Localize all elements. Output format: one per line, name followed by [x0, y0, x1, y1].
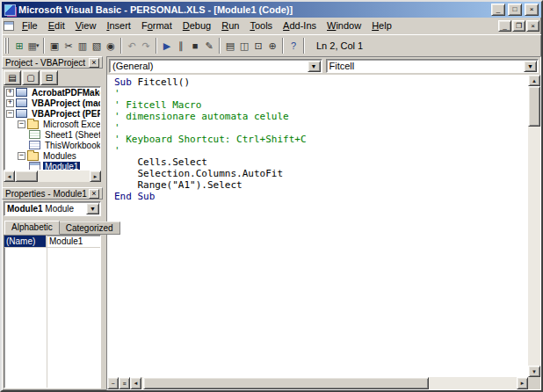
tree-item-acrobatpdfmaker-pdfm[interactable]: +AcrobatPDFMaker (PDFM — [4, 87, 100, 98]
properties-object-dropdown[interactable]: Module1 Module ▼ — [4, 201, 101, 216]
tab-alphabetic[interactable]: Alphabetic — [4, 221, 60, 235]
scrollbar-thumb[interactable] — [15, 171, 38, 182]
menu-insert[interactable]: Insert — [101, 18, 136, 33]
scrollbar-track[interactable] — [528, 86, 540, 366]
tree-item-module1[interactable]: Module1 — [4, 161, 100, 171]
run-button[interactable]: ▶ — [160, 38, 174, 54]
procedure-view-button[interactable]: − — [107, 377, 119, 389]
close-button[interactable]: × — [525, 4, 539, 16]
menu-format[interactable]: Format — [136, 18, 177, 33]
object-dropdown[interactable]: (General) ▼ — [109, 59, 322, 73]
scroll-left-button[interactable]: ◄ — [130, 377, 141, 389]
toolbox-button[interactable]: ⊕ — [265, 38, 279, 54]
properties-panel-close-button[interactable]: × — [89, 189, 99, 199]
tree-item-modules[interactable]: −Modules — [4, 150, 100, 161]
find-icon: ◉ — [106, 41, 115, 51]
tab-categorized[interactable]: Categorized — [59, 221, 120, 235]
object-dropdown-value: (General) — [110, 61, 308, 71]
dropdown-arrow-icon: ▾ — [36, 42, 40, 49]
maximize-button[interactable]: □ — [508, 4, 522, 16]
full-module-view-button[interactable]: ≡ — [119, 377, 130, 389]
view-object-button[interactable]: ▢ — [22, 70, 40, 85]
dropdown-arrow-icon[interactable]: ▼ — [524, 61, 537, 72]
child-restore-button[interactable]: ❐ — [512, 20, 525, 32]
scroll-right-button[interactable]: ► — [90, 171, 101, 182]
expand-icon[interactable]: + — [6, 89, 14, 97]
code-hscrollbar[interactable]: − ≡ ◄ ► — [107, 377, 540, 389]
menu-debug[interactable]: Debug — [177, 18, 216, 33]
view-excel-button[interactable]: ⊞ — [12, 38, 26, 54]
project-panel-header[interactable]: Project - VBAProject × — [2, 56, 103, 69]
insert-userform-button[interactable]: ▦▾ — [26, 38, 40, 54]
toggle-folders-button[interactable]: ⊟ — [40, 70, 58, 85]
tree-item-sheet1-sheet1[interactable]: Sheet1 (Sheet1) — [4, 129, 100, 140]
view-code-button[interactable]: ▤ — [4, 70, 21, 85]
design-mode-button[interactable]: ✎ — [202, 38, 216, 54]
save-button[interactable]: ▣ — [47, 38, 62, 54]
code-editor[interactable]: Sub Fitcell()'' Fitcell Macro' dimension… — [107, 75, 528, 377]
procedure-dropdown[interactable]: Fitcell ▼ — [326, 59, 539, 73]
toolbar-grip[interactable] — [4, 38, 9, 54]
menu-run[interactable]: Run — [216, 18, 244, 33]
help-icon: ? — [291, 41, 296, 51]
tree-item-vbaproject-personal-x[interactable]: −VBAProject (PERSONAL.X — [4, 108, 100, 119]
toolbar-buttons: ⊞▦▾▣✂▥▧◉↶↷▶∥■✎▤◫⊡⊕? — [12, 38, 308, 54]
scroll-right-button[interactable]: ► — [517, 377, 528, 389]
tree-item-vbaproject-macros-xls[interactable]: +VBAProject (macros.xls) — [4, 98, 100, 108]
dropdown-arrow-icon[interactable]: ▼ — [86, 203, 99, 214]
menu-window[interactable]: Window — [322, 18, 366, 33]
object-browser-button[interactable]: ⊡ — [251, 38, 265, 54]
code-vscrollbar[interactable]: ▲ ▼ — [528, 75, 540, 377]
code-line: End Sub — [114, 191, 528, 202]
code-body: Sub Fitcell()'' Fitcell Macro' dimension… — [107, 75, 540, 377]
help-button[interactable]: ? — [286, 38, 300, 54]
scrollbar-track[interactable] — [141, 377, 517, 389]
scroll-left-button[interactable]: ◄ — [4, 171, 15, 182]
collapse-icon[interactable]: − — [18, 152, 25, 160]
child-minimize-button[interactable]: _ — [498, 20, 511, 32]
property-name[interactable]: (Name) — [4, 236, 47, 247]
properties-window-button[interactable]: ◫ — [237, 38, 251, 54]
collapse-icon[interactable]: − — [6, 110, 14, 118]
child-close-button[interactable]: × — [526, 20, 539, 32]
property-row[interactable]: (Name)Module1 — [4, 236, 100, 248]
title-bar[interactable]: Microsoft Visual Basic - PERSONAL.XLS - … — [2, 2, 541, 18]
menu-edit[interactable]: Edit — [43, 18, 70, 33]
property-value[interactable]: Module1 — [47, 236, 100, 247]
properties-panel-header[interactable]: Properties - Module1 × — [2, 187, 103, 200]
sheet-icon — [29, 130, 40, 139]
menu-file[interactable]: File — [17, 18, 43, 33]
tree-item-thisworkbook[interactable]: ThisWorkbook — [4, 140, 100, 150]
tree-item-microsoft-excel-objects[interactable]: −Microsoft Excel Objects — [4, 119, 100, 129]
scrollbar-track[interactable] — [15, 171, 90, 182]
cut-button[interactable]: ✂ — [62, 38, 76, 54]
expand-icon[interactable]: + — [6, 99, 14, 107]
redo-button[interactable]: ↷ — [139, 38, 153, 54]
project-icon — [16, 98, 27, 107]
menu-help[interactable]: Help — [366, 18, 397, 33]
project-tree-hscrollbar[interactable]: ◄ ► — [4, 171, 101, 182]
toolbar-separator — [219, 38, 221, 54]
scroll-down-button[interactable]: ▼ — [528, 366, 540, 377]
reset-button[interactable]: ■ — [188, 38, 202, 54]
menu-tools[interactable]: Tools — [244, 18, 278, 33]
scrollbar-thumb[interactable] — [528, 86, 540, 127]
paste-button[interactable]: ▧ — [90, 38, 104, 54]
menu-view[interactable]: View — [70, 18, 102, 33]
design-mode-icon: ✎ — [205, 41, 213, 51]
line-col-indicator: Ln 2, Col 1 — [316, 40, 363, 51]
collapse-icon[interactable]: − — [18, 120, 25, 128]
properties-object-row: Module1 Module ▼ — [2, 200, 103, 218]
project-icon — [16, 88, 27, 97]
copy-button[interactable]: ▥ — [76, 38, 90, 54]
undo-button[interactable]: ↶ — [125, 38, 139, 54]
minimize-button[interactable]: _ — [491, 4, 505, 16]
scrollbar-thumb[interactable] — [143, 377, 429, 389]
project-explorer-button[interactable]: ▤ — [223, 38, 237, 54]
project-panel-close-button[interactable]: × — [89, 58, 99, 68]
dropdown-arrow-icon[interactable]: ▼ — [308, 61, 321, 72]
break-button[interactable]: ∥ — [174, 38, 188, 54]
menu-add-ins[interactable]: Add-Ins — [278, 18, 322, 33]
find-button[interactable]: ◉ — [104, 38, 118, 54]
scroll-up-button[interactable]: ▲ — [528, 75, 540, 86]
